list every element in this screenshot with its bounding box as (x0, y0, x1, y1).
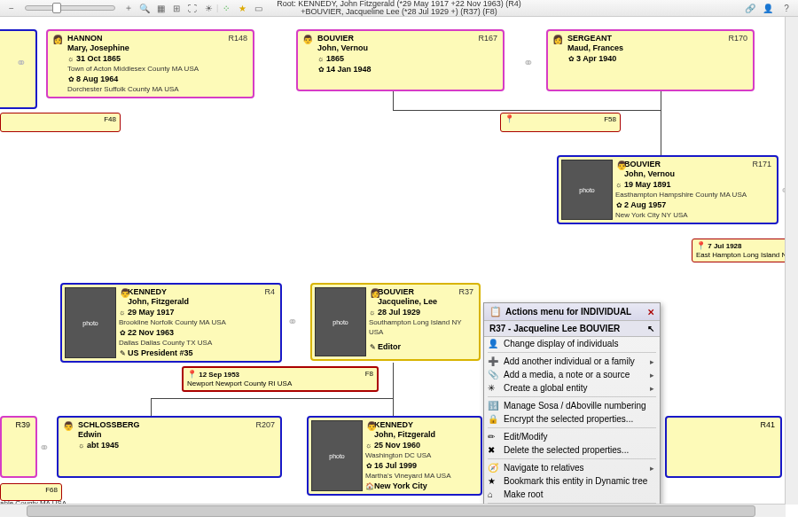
menu-item-icon: ➕ (488, 356, 498, 366)
birth-place: Town of Acton Middlesex County MA USA (67, 64, 247, 74)
menu-item-icon: 📎 (488, 370, 498, 379)
menu-item-icon: ✏ (488, 432, 495, 442)
female-icon: 👩 (370, 288, 380, 298)
family-f58[interactable]: F58 📍 (500, 113, 621, 132)
menu-item-label: Bookmark this entity in Dynamic tree (504, 476, 647, 486)
tree-canvas[interactable]: nty MA USA 👩 R148 HANNON Mary, Josephine… (0, 17, 798, 517)
close-icon[interactable]: ⨯ (647, 307, 654, 317)
card-schlossberg[interactable]: 👨 R207 SCHLOSSBERG Edwin ☼abt 1945 (57, 416, 282, 478)
male-icon: 👨 (302, 35, 313, 44)
tree-icon[interactable]: ⊞ (170, 2, 183, 14)
ref: R207 (255, 420, 275, 430)
menu-item[interactable]: ✏Edit/Modify (484, 430, 660, 443)
menu-separator (488, 352, 656, 353)
card-jackie[interactable]: photo 👩 R37 BOUVIER Jacqueline, Lee ☼28 … (310, 283, 481, 361)
given: Jacqueline, Lee (369, 297, 473, 307)
ref: F58 (604, 115, 616, 124)
overview-icon[interactable]: ▭ (252, 2, 264, 14)
birth-date: 1865 (326, 54, 344, 63)
female-icon: 👩 (552, 35, 563, 44)
marriage-date: 7 Jul 1928 (708, 242, 741, 250)
card-jfk[interactable]: photo 👨 R4 KENNEDY John, Fitzgerald ☼29 … (60, 283, 282, 363)
family-f8[interactable]: F8 📍 12 Sep 1953 Newport Newport County … (182, 366, 379, 392)
death-icon: ✿ (317, 65, 325, 74)
menu-item[interactable]: 👤Change display of individuals (484, 337, 660, 350)
ref: R39 (15, 420, 30, 429)
ref: F48 (104, 115, 116, 124)
expand-icon[interactable]: ⛶ (186, 2, 199, 14)
card-hannon[interactable]: 👩 R148 HANNON Mary, Josephine ☼31 Oct 18… (46, 29, 254, 98)
menu-item[interactable]: ★Bookmark this entity in Dynamic tree (484, 474, 660, 488)
given: John, Vernou (615, 169, 771, 179)
menu-item[interactable]: 📎Add a media, a note or a source▸ (484, 368, 660, 381)
center-icon[interactable]: ⁘ (220, 2, 232, 14)
birth-icon: ☼ (317, 54, 325, 64)
user-icon[interactable]: 👤 (762, 2, 774, 14)
submenu-arrow-icon: ▸ (650, 357, 654, 366)
marriage-rings-icon: ⚭ (287, 315, 298, 329)
zoom-slider[interactable] (25, 5, 115, 11)
birth-place: Easthampton Hampshire County MA USA (615, 190, 771, 200)
menu-item[interactable]: ➕Add another individual or a family▸ (484, 355, 660, 368)
birth-place: Brookline Norfolk County MA USA (119, 317, 275, 327)
zoom-out-icon[interactable]: − (5, 2, 18, 14)
surname: BOUVIER (369, 287, 473, 297)
card-bouvier-grandfather[interactable]: 👨 R167 BOUVIER John, Vernou ☼1865 ✿14 Ja… (296, 29, 505, 91)
family-f48[interactable]: F48 (0, 113, 121, 132)
death-icon: ✿ (615, 200, 622, 210)
birth-date: 29 May 1917 (128, 308, 175, 317)
family-f78[interactable]: 📍 7 Jul 1928 East Hampton Long Island NY… (692, 239, 798, 262)
star-icon[interactable]: ★ (236, 2, 248, 14)
family-f68[interactable]: F68 (0, 483, 62, 501)
photo: photo (65, 287, 116, 358)
birth-place: Southampton Long Island NY USA (369, 317, 473, 337)
menu-item-label: Create a global entity (504, 383, 588, 393)
link-icon[interactable]: 🔗 (744, 2, 756, 14)
card-jfk-jr[interactable]: photo 👨 KENNEDY John, Fitzgerald ☼25 Nov… (307, 416, 482, 496)
grid-icon[interactable]: ▦ (154, 2, 167, 14)
death-date: 8 Aug 1964 (76, 74, 118, 83)
birth-icon: ☼ (67, 54, 74, 64)
search-icon[interactable]: 🔍 (138, 2, 151, 14)
menu-item[interactable]: ⌂Make root (484, 488, 660, 501)
male-icon: 👨 (63, 421, 74, 431)
ref: F8 (365, 370, 373, 379)
menu-item-icon: 🧭 (488, 463, 498, 473)
vertical-scrollbar[interactable] (785, 17, 798, 505)
birth-icon: ☼ (369, 308, 376, 317)
menu-item[interactable]: 🧭Navigate to relatives▸ (484, 461, 660, 474)
editor-icon: ✎ (369, 342, 376, 352)
residence: New York City (374, 481, 427, 490)
surname: BOUVIER (317, 34, 497, 43)
stub-r39[interactable]: R39 (0, 416, 37, 478)
horizontal-scrollbar[interactable] (0, 504, 786, 517)
menu-header: 📋 Actions menu for INDIVIDUAL ⨯ (484, 303, 660, 321)
cursor-icon: ↖ (647, 324, 654, 333)
given: Mary, Josephine (67, 43, 247, 53)
birth-place: Washington DC USA (365, 450, 475, 460)
toolbar: − ＋ 🔍 ▦ ⊞ ⛶ ☀ | ⁘ ★ ▭ Root: KENNEDY, Joh… (0, 0, 798, 17)
given: Edwin (78, 430, 275, 440)
menu-item[interactable]: ✖Delete the selected properties... (484, 443, 660, 457)
menu-item[interactable]: 🔢Manage Sosa / dAboville numbering (484, 399, 660, 412)
card-bouvier-father[interactable]: photo 👨 R171 BOUVIER John, Vernou ☼19 Ma… (557, 155, 778, 224)
menu-item-label: Change display of individuals (504, 339, 619, 348)
death-date: 16 Jul 1999 (374, 461, 417, 470)
menu-item-icon: 🔢 (488, 401, 498, 411)
ref: R37 (458, 287, 473, 297)
menu-item-label: Navigate to relatives (504, 463, 584, 473)
marriage-place: Newport Newport County RI USA (187, 379, 292, 387)
stub-r41[interactable]: R41 (665, 416, 782, 478)
person-icon[interactable]: ☀ (202, 2, 215, 14)
menu-item[interactable]: ✳Create a global entity▸ (484, 381, 660, 395)
pin-icon: 📍 (505, 114, 514, 123)
menu-item[interactable]: 🔒Encrypt the selected properties... (484, 412, 660, 426)
pin-icon: 📍 (187, 370, 197, 379)
zoom-in-icon[interactable]: ＋ (122, 2, 135, 14)
birth-date: 28 Jul 1929 (378, 308, 420, 317)
birth-date: abt 1945 (87, 441, 119, 450)
card-sergeant[interactable]: 👩 R170 SERGEANT Maud, Frances ✿3 Apr 194… (546, 29, 755, 91)
help-icon[interactable]: ? (780, 2, 793, 14)
ref: R167 (478, 34, 497, 43)
surname: HANNON (67, 34, 247, 43)
